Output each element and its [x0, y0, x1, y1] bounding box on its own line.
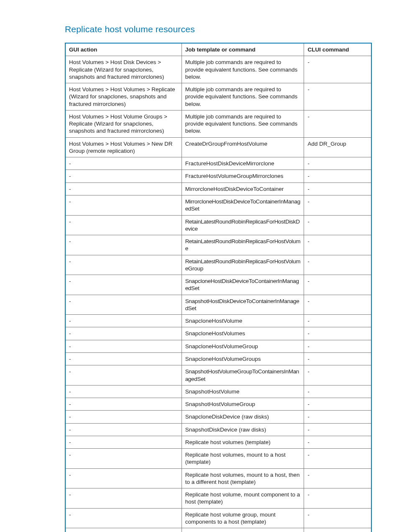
table-row: -Replicate host volume group, mount comp…: [65, 508, 371, 528]
table-row: -FractureHostDiskDeviceMirrorclone-: [65, 157, 371, 170]
cell-gui-action: -: [65, 275, 182, 295]
cell-clui-command: -: [304, 170, 371, 182]
cell-job-template: Multiple job commands are required to pr…: [182, 110, 304, 137]
cell-gui-action: -: [65, 352, 182, 365]
cell-gui-action: -: [65, 411, 182, 423]
cell-gui-action: -: [65, 157, 182, 170]
table-row: -Replicate host volumes, mount to a host…: [65, 449, 371, 469]
cell-clui-command: -: [304, 110, 371, 137]
cell-clui-command: -: [304, 488, 371, 509]
table-row: -Replicate host volumes (template)-: [65, 436, 371, 448]
table-row: Host Volumes > Host Disk Devices > Repli…: [65, 56, 371, 83]
cell-clui-command: -: [304, 340, 371, 352]
cell-job-template: Replicate host volumes, mount to a host,…: [182, 468, 304, 488]
cell-gui-action: -: [65, 215, 182, 235]
cell-job-template: SnapcloneHostVolume: [182, 315, 304, 327]
cell-clui-command: -: [304, 215, 371, 235]
table-row: -SnapcloneHostVolumes-: [65, 327, 371, 340]
col-header-clui-command: CLUI command: [304, 43, 371, 56]
cell-clui-command: -: [304, 56, 371, 83]
cell-job-template: SnapcloneHostVolumeGroups: [182, 352, 304, 365]
cell-gui-action: -: [65, 436, 182, 448]
cell-clui-command: -: [304, 385, 371, 398]
table-row: -SnapcloneDiskDevice (raw disks)-: [65, 411, 371, 423]
cell-clui-command: -: [304, 315, 371, 327]
cell-job-template: Replicate host volumes, mount to a host …: [182, 449, 304, 469]
cell-job-template: CreateDrGroupFromHostVolume: [182, 137, 304, 157]
table-row: Host Volumes > Host Volume Groups > Repl…: [65, 110, 371, 137]
cell-gui-action: -: [65, 449, 182, 469]
cell-job-template: SnapshotHostDiskDeviceToContainerInManag…: [182, 295, 304, 315]
cell-gui-action: -: [65, 488, 182, 509]
cell-job-template: Multiple job commands are required to pr…: [182, 56, 304, 83]
cell-clui-command: -: [304, 195, 371, 215]
cell-gui-action: -: [65, 315, 182, 327]
cell-gui-action: -: [65, 340, 182, 352]
cell-clui-command: -: [304, 449, 371, 469]
cell-job-template: FractureHostDiskDeviceMirrorclone: [182, 157, 304, 170]
cell-clui-command: -: [304, 468, 371, 488]
cell-job-template: SnapcloneDiskDevice (raw disks): [182, 411, 304, 423]
cell-job-template: RetainLatestRoundRobinReplicasForHostVol…: [182, 255, 304, 275]
table-row: -SnapshotHostVolumeGroup-: [65, 398, 371, 411]
table-row: -MirrorcloneHostDiskDeviceToContainerInM…: [65, 195, 371, 215]
table-row: -SnapshotHostVolume-: [65, 385, 371, 398]
cell-job-template: RetainLatestRoundRobinReplicasForHostVol…: [182, 235, 304, 255]
cell-gui-action: -: [65, 398, 182, 411]
cell-gui-action: -: [65, 195, 182, 215]
table-row: Host Volumes > Host Volumes > Replicate …: [65, 83, 371, 111]
cell-job-template: SnapshotHostVolume: [182, 385, 304, 398]
cell-clui-command: -: [304, 157, 371, 170]
cell-clui-command: -: [304, 423, 371, 436]
cell-clui-command: -: [304, 398, 371, 411]
cell-job-template: SnapshotHostVolumeGroup: [182, 398, 304, 411]
table-row: -RetainLatestRoundRobinReplicasForHostDi…: [65, 215, 371, 235]
section-title: Replicate host volume resources: [65, 24, 372, 34]
cell-job-template: SnapcloneHostDiskDeviceToContainerInMana…: [182, 275, 304, 295]
cell-job-template: Replicate host volume group, mount entir…: [182, 528, 304, 532]
cell-gui-action: -: [65, 327, 182, 340]
cell-clui-command: -: [304, 235, 371, 255]
table-row: -Replicate host volumes, mount to a host…: [65, 468, 371, 488]
table-header-row: GUI action Job template or command CLUI …: [65, 43, 371, 56]
cell-gui-action: -: [65, 235, 182, 255]
col-header-gui-action: GUI action: [65, 43, 182, 56]
cell-gui-action: Host Volumes > Host Volume Groups > Repl…: [65, 110, 182, 137]
cell-gui-action: Host Volumes > Host Volumes > Replicate …: [65, 83, 182, 111]
cell-gui-action: -: [65, 182, 182, 195]
table-row: -SnapshotHostDiskDeviceToContainerInMana…: [65, 295, 371, 315]
cell-clui-command: Add DR_Group: [304, 137, 371, 157]
table-row: -FractureHostVolumeGroupMirrorclones-: [65, 170, 371, 182]
cell-job-template: SnapcloneHostVolumeGroup: [182, 340, 304, 352]
cell-job-template: Replicate host volumes (template): [182, 436, 304, 448]
table-row: -RetainLatestRoundRobinReplicasForHostVo…: [65, 235, 371, 255]
table-row: -SnapcloneHostVolumeGroups-: [65, 352, 371, 365]
cell-clui-command: -: [304, 436, 371, 448]
cell-gui-action: -: [65, 528, 182, 532]
cell-gui-action: -: [65, 170, 182, 182]
col-header-job-template: Job template or command: [182, 43, 304, 56]
cell-job-template: MirrorcloneHostDiskDeviceToContainer: [182, 182, 304, 195]
cell-job-template: RetainLatestRoundRobinReplicasForHostDis…: [182, 215, 304, 235]
cell-gui-action: -: [65, 385, 182, 398]
cell-gui-action: -: [65, 508, 182, 528]
cell-gui-action: -: [65, 423, 182, 436]
table-row: -MirrorcloneHostDiskDeviceToContainer-: [65, 182, 371, 195]
cell-gui-action: -: [65, 365, 182, 386]
cell-job-template: FractureHostVolumeGroupMirrorclones: [182, 170, 304, 182]
cell-clui-command: -: [304, 83, 371, 111]
cell-clui-command: -: [304, 275, 371, 295]
cell-gui-action: Host Volumes > Host Disk Devices > Repli…: [65, 56, 182, 83]
table-row: Host Volumes > Host Volumes > New DR Gro…: [65, 137, 371, 157]
cell-clui-command: -: [304, 182, 371, 195]
cell-clui-command: -: [304, 528, 371, 532]
cell-clui-command: -: [304, 365, 371, 386]
cell-gui-action: -: [65, 468, 182, 488]
cell-gui-action: -: [65, 295, 182, 315]
table-row: -Replicate host volume, mount component …: [65, 488, 371, 509]
table-row: -SnapshotHostVolumeGroupToContainersInMa…: [65, 365, 371, 386]
cell-job-template: Replicate host volume group, mount compo…: [182, 508, 304, 528]
cell-clui-command: -: [304, 295, 371, 315]
cell-job-template: SnapcloneHostVolumes: [182, 327, 304, 340]
table-row: -Replicate host volume group, mount enti…: [65, 528, 371, 532]
